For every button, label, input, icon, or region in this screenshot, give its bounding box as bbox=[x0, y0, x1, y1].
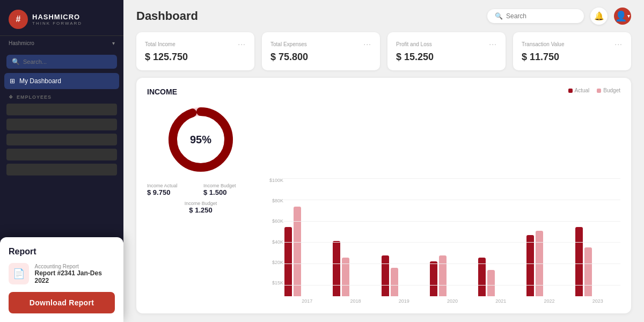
stat-more-icon[interactable]: ··· bbox=[489, 40, 497, 48]
income-actual-value: $ 9.750 bbox=[147, 188, 198, 196]
income-budget-stat: Income Budget $ 1.500 bbox=[203, 183, 254, 196]
income-title: INCOME bbox=[147, 87, 254, 96]
bar-budget bbox=[584, 247, 592, 296]
sidebar-org[interactable]: Hashmicro ▾ bbox=[0, 35, 123, 50]
chart-legend: Actual Budget bbox=[265, 87, 620, 93]
legend-budget-label: Budget bbox=[603, 87, 620, 93]
y-label: $40K bbox=[272, 240, 283, 245]
income-section: INCOME 95% Income Actual $ 9.750 Income … bbox=[136, 78, 631, 313]
sidebar-search-input[interactable] bbox=[23, 58, 112, 65]
report-popup-title: Report bbox=[9, 247, 115, 257]
grid-line bbox=[283, 178, 620, 179]
bar-actual bbox=[430, 261, 437, 296]
grid-line bbox=[283, 200, 620, 200]
avatar[interactable]: 👤 ▾ bbox=[614, 8, 631, 25]
topbar-search-wrap[interactable]: 🔍 bbox=[487, 9, 584, 23]
topbar-search-icon: 🔍 bbox=[495, 12, 503, 20]
stat-more-icon[interactable]: ··· bbox=[238, 40, 246, 48]
stat-more-icon[interactable]: ··· bbox=[363, 40, 371, 48]
list-item[interactable] bbox=[6, 134, 117, 145]
sidebar: # HASHMICRO THINK FORWARD Hashmicro ▾ 🔍 … bbox=[0, 0, 123, 322]
bar-actual bbox=[478, 258, 486, 296]
stat-label: Profit and Loss bbox=[396, 41, 432, 47]
list-item[interactable] bbox=[6, 104, 117, 115]
donut-percent-label: 95% bbox=[190, 134, 211, 146]
legend-budget: Budget bbox=[597, 87, 620, 93]
stat-value: $ 75.800 bbox=[270, 52, 371, 63]
x-label: 2022 bbox=[526, 298, 572, 304]
income-budget-value: $ 1.500 bbox=[203, 188, 254, 196]
y-label: $100K bbox=[269, 178, 283, 183]
income-left-panel: INCOME 95% Income Actual $ 9.750 Income … bbox=[147, 87, 254, 304]
bar-budget bbox=[536, 231, 543, 296]
topbar-right: 🔍 🔔 👤 ▾ bbox=[487, 8, 631, 25]
notification-bell-icon[interactable]: 🔔 bbox=[590, 8, 608, 25]
logo-subtitle: THINK FORWARD bbox=[32, 21, 82, 26]
employees-icon: ❖ bbox=[9, 94, 13, 100]
income-budget2: Income Budget $ 1.250 bbox=[147, 201, 254, 214]
topbar: Dashboard 🔍 🔔 👤 ▾ bbox=[123, 0, 644, 32]
stat-more-icon[interactable]: ··· bbox=[614, 40, 623, 48]
legend-actual-label: Actual bbox=[575, 87, 590, 93]
logo-text: HASHMICRO THINK FORWARD bbox=[32, 13, 82, 26]
download-report-button[interactable]: Download Report bbox=[9, 292, 115, 313]
list-item[interactable] bbox=[6, 164, 117, 175]
bar-actual bbox=[526, 235, 534, 296]
chevron-down-icon: ▾ bbox=[627, 13, 630, 19]
stat-value: $ 11.750 bbox=[522, 52, 623, 63]
grid-line bbox=[283, 221, 620, 222]
y-label: $15K bbox=[272, 281, 283, 286]
sidebar-item-my-dashboard[interactable]: ⊞ My Dashboard bbox=[4, 73, 119, 89]
income-budget-label: Income Budget bbox=[203, 183, 254, 188]
income-budget2-label: Income Budget bbox=[147, 201, 254, 206]
income-actual-stat: Income Actual $ 9.750 bbox=[147, 183, 198, 196]
legend-actual-dot bbox=[568, 89, 573, 93]
bar-budget bbox=[391, 268, 398, 296]
bar-group bbox=[430, 255, 475, 296]
bar-group bbox=[526, 231, 572, 296]
x-label: 2017 bbox=[284, 298, 330, 304]
logo-icon: # bbox=[9, 10, 28, 29]
bar-chart: $100K $80K $60K $40K $20K $15K bbox=[265, 178, 620, 296]
list-item[interactable] bbox=[6, 119, 117, 130]
page-title: Dashboard bbox=[136, 9, 198, 23]
stat-header: Profit and Loss ··· bbox=[396, 40, 497, 48]
x-label: 2019 bbox=[382, 298, 427, 304]
y-label: $20K bbox=[272, 260, 283, 265]
list-item[interactable] bbox=[6, 149, 117, 160]
y-label: $80K bbox=[272, 199, 283, 203]
x-axis: 2017201820192020202120222023 bbox=[265, 298, 620, 304]
search-icon: 🔍 bbox=[12, 58, 20, 65]
sidebar-logo: # HASHMICRO THINK FORWARD bbox=[0, 0, 123, 35]
sidebar-search-wrap[interactable]: 🔍 bbox=[6, 55, 117, 69]
stat-header: Total Expenses ··· bbox=[270, 40, 371, 48]
x-label: 2020 bbox=[430, 298, 475, 304]
report-item: 📄 Accounting Report Report #2341 Jan-Des… bbox=[9, 263, 115, 284]
bar-budget bbox=[487, 270, 495, 296]
bar-group bbox=[478, 258, 523, 296]
stat-label: Total Income bbox=[145, 41, 175, 47]
topbar-search-input[interactable] bbox=[506, 12, 576, 20]
stat-label: Transaction Value bbox=[522, 41, 565, 47]
stat-value: $ 125.750 bbox=[145, 52, 246, 63]
bar-actual bbox=[284, 227, 292, 296]
x-label: 2018 bbox=[333, 298, 378, 304]
y-label: $60K bbox=[272, 219, 283, 224]
legend-actual: Actual bbox=[568, 87, 590, 93]
bar-actual bbox=[575, 227, 583, 296]
stats-row: Total Income ··· $ 125.750 Total Expense… bbox=[123, 32, 644, 78]
legend-budget-dot bbox=[597, 89, 601, 93]
logo-title: HASHMICRO bbox=[32, 13, 82, 21]
donut-chart: 95% bbox=[147, 105, 254, 174]
report-label: Accounting Report bbox=[34, 264, 115, 269]
chevron-down-icon: ▾ bbox=[112, 40, 115, 46]
report-popup: Report 📄 Accounting Report Report #2341 … bbox=[0, 237, 123, 322]
bar-actual bbox=[333, 241, 340, 296]
stat-label: Total Expenses bbox=[270, 41, 307, 47]
bar-budget bbox=[342, 258, 349, 296]
income-stats: Income Actual $ 9.750 Income Budget $ 1.… bbox=[147, 183, 254, 196]
x-label: 2023 bbox=[575, 298, 620, 304]
bar-group bbox=[575, 227, 620, 296]
sidebar-section-employees: ❖ EMPLOYEES bbox=[0, 89, 123, 102]
income-actual-label: Income Actual bbox=[147, 183, 198, 188]
